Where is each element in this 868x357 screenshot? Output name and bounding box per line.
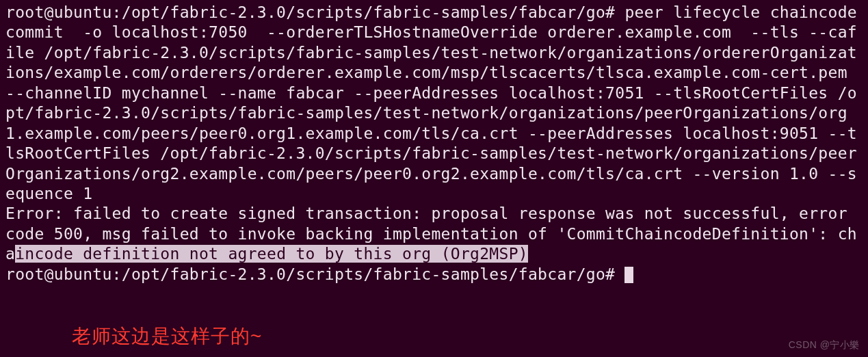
shell-prompt: root@ubuntu:/opt/fabric-2.3.0/scripts/fa… [5,3,615,21]
watermark-text: CSDN @宁小樂 [789,339,860,352]
shell-prompt-2: root@ubuntu:/opt/fabric-2.3.0/scripts/fa… [5,265,624,283]
cursor-icon [624,267,633,283]
error-highlighted: incode definition not agreed to by this … [15,245,528,263]
terminal-window[interactable]: root@ubuntu:/opt/fabric-2.3.0/scripts/fa… [0,0,868,287]
command-text: peer lifecycle chaincode commit -o local… [5,3,867,202]
annotation-caption: 老师这边是这样子的~ [72,324,262,349]
